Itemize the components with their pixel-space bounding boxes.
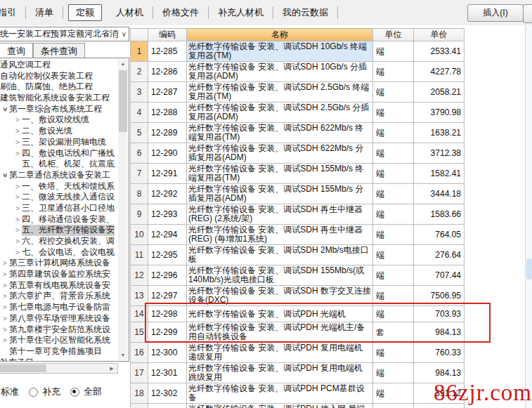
- cell-code[interactable]: 12-285: [148, 41, 187, 62]
- tree-item[interactable]: >第二章通信系统设备安装工: [0, 170, 118, 181]
- cell-unit[interactable]: 端: [373, 286, 414, 306]
- tree-item[interactable]: >一、敷设双绞线缆: [0, 114, 118, 126]
- header-rownum[interactable]: [131, 29, 148, 41]
- cell-name[interactable]: 光纤数字传输设备 安装、调试SDH 2.5Gb/s 终端复用器(TM): [187, 82, 373, 103]
- table-row[interactable]: 312-287光纤数字传输设备 安装、调试SDH 2.5Gb/s 终端复用器(T…: [131, 82, 465, 103]
- table-row[interactable]: 112-285光纤数字传输设备 安装、调试SDH 10Gb/s 终端复用器(TM…: [131, 41, 465, 62]
- chevron-right-icon[interactable]: >: [13, 181, 22, 192]
- cell-code[interactable]: 12-299: [148, 322, 187, 343]
- cell-num[interactable]: 13: [131, 286, 148, 306]
- chevron-right-icon[interactable]: >: [13, 148, 22, 159]
- cell-num[interactable]: 11: [131, 245, 148, 265]
- insert-button[interactable]: 插入(I): [467, 4, 524, 22]
- header-name[interactable]: 名称: [187, 29, 373, 41]
- tree-item[interactable]: 刷油、防腐蚀、绝热工程: [0, 81, 118, 93]
- radio-icon[interactable]: [29, 388, 38, 397]
- chevron-right-icon[interactable]: >: [1, 269, 9, 280]
- cell-unit[interactable]: 端: [373, 184, 414, 204]
- cell-unit[interactable]: 端: [373, 143, 414, 164]
- left-tab-条件查询[interactable]: 条件查询: [33, 43, 85, 58]
- cell-name[interactable]: 光纤数字传输设备 安装、调试PDH 复用电端机 跳级复用: [187, 363, 373, 383]
- cell-code[interactable]: 12-302: [148, 383, 187, 404]
- cell-code[interactable]: 12-291: [148, 164, 187, 184]
- cell-code[interactable]: 12-301: [148, 363, 187, 383]
- table-row[interactable]: 1812-302光纤数字传输设备 安装、调试PDH PCM基群设备端391.12: [131, 383, 465, 404]
- table-row[interactable]: 1612-300光纤数字传输设备 安装、调试PDH 复用电端机 递级复用端760…: [131, 343, 465, 363]
- toolbar-tab-定额[interactable]: 定额: [68, 4, 102, 21]
- cell-name[interactable]: 光纤数字传输设备 安装、调试SDH 155Mb/s(或140Mb/s)光或电接口…: [187, 265, 373, 286]
- scroll-up-icon[interactable]: ▲: [118, 59, 128, 69]
- chevron-right-icon[interactable]: >: [13, 203, 22, 214]
- chevron-right-icon[interactable]: >: [1, 313, 9, 324]
- cell-unit[interactable]: 端: [373, 204, 414, 225]
- cell-name[interactable]: 光纤数字传输设备 安装、调试SDH 10Gb/s 分插复用器(ADM): [187, 62, 373, 82]
- filter-option-全部[interactable]: 全部: [70, 386, 102, 398]
- cell-unit[interactable]: 端: [373, 164, 414, 184]
- cell-name[interactable]: 光纤数字传输设备 安装、调试PDH PCM基群设备: [187, 383, 373, 404]
- scrollbar-thumb[interactable]: [0, 364, 46, 372]
- tree-item[interactable]: 补充子目: [0, 357, 118, 362]
- cell-price[interactable]: 4227.78: [414, 62, 465, 82]
- cell-unit[interactable]: 端: [373, 41, 414, 62]
- cell-num[interactable]: 5: [131, 123, 148, 143]
- cell-num[interactable]: 2: [131, 62, 148, 82]
- cell-code[interactable]: 12-289: [148, 123, 187, 143]
- toolbar-tab-清单[interactable]: 清单: [26, 6, 63, 19]
- tree-item[interactable]: >七、会议电话、会议电视: [0, 247, 118, 258]
- tree-item[interactable]: >三、卫星通信甚小口径地: [0, 203, 118, 214]
- table-row[interactable]: 612-290光纤数字传输设备 安装、调试SDH 622Mb/s 分插复用器(A…: [131, 143, 465, 164]
- cell-name[interactable]: 光纤数字传输设备 安装、调试SDH 622Mb/s 终端复用器(TM): [187, 123, 373, 143]
- table-row[interactable]: 1012-294光纤数字传输设备 安装、调试SDH 再生中继器(REG) (每增…: [131, 225, 465, 245]
- cell-price[interactable]: 276.64: [414, 245, 465, 265]
- cell-code[interactable]: 12-286: [148, 62, 187, 82]
- cell-code[interactable]: 12-288: [148, 103, 187, 123]
- tree-item[interactable]: >第八章停车场管理系统设备: [0, 313, 118, 324]
- cell-price[interactable]: 2058.21: [414, 82, 465, 103]
- table-row[interactable]: 1712-301光纤数字传输设备 安装、调试PDH 复用电端机 跳级复用端984…: [131, 363, 465, 383]
- cell-price[interactable]: 2533.41: [414, 41, 465, 62]
- tree-item[interactable]: >二、敷设光缆: [0, 126, 118, 137]
- tree-item[interactable]: >五、光纤数字传输设备安: [0, 225, 118, 236]
- cell-price[interactable]: 984.13: [414, 322, 465, 343]
- chevron-right-icon[interactable]: >: [13, 247, 22, 258]
- cell-name[interactable]: 光纤数字传输设备 安装、调试SDH 155Mb/s 终端复用器(TM): [187, 164, 373, 184]
- chevron-right-icon[interactable]: >: [1, 280, 9, 291]
- partial-button[interactable]: [523, 4, 532, 23]
- chevron-right-icon[interactable]: >: [1, 258, 9, 269]
- toolbar-tab-人材机[interactable]: 人材机: [107, 6, 153, 19]
- cell-code[interactable]: 12-297: [148, 286, 187, 306]
- tree-item[interactable]: >三、架设漏泄同轴电缆: [0, 137, 118, 148]
- left-tab-查询[interactable]: 查询: [0, 43, 33, 58]
- quota-library-select[interactable]: 统一安装工程预算定额河北省消 ∨: [0, 27, 129, 41]
- tree-horizontal-scrollbar[interactable]: ▶: [0, 363, 118, 374]
- table-row[interactable]: 1912-303光纤数字传输设备 安装、调试PDH 接入网 局端设备端14318…: [131, 404, 465, 408]
- cell-unit[interactable]: 端: [373, 363, 414, 383]
- tree-item[interactable]: >第三章计算机网络系统设备: [0, 258, 118, 269]
- cell-unit[interactable]: 端: [373, 82, 414, 103]
- cell-price[interactable]: 1582.41: [414, 164, 465, 184]
- cell-num[interactable]: 10: [131, 225, 148, 245]
- table-row[interactable]: 1512-299光纤数字传输设备 安装、调试PDH 光端机主/备用自动转换设备套…: [131, 322, 465, 343]
- cell-unit[interactable]: 端: [373, 265, 414, 286]
- cell-num[interactable]: 19: [131, 404, 148, 408]
- tree-item[interactable]: >六、程控交换机安装、调: [0, 236, 118, 247]
- cell-num[interactable]: 7: [131, 164, 148, 184]
- cell-unit[interactable]: 端: [373, 306, 414, 322]
- cell-num[interactable]: 15: [131, 322, 148, 343]
- cell-num[interactable]: 16: [131, 343, 148, 363]
- cell-price[interactable]: 703.93: [414, 306, 465, 322]
- cell-unit[interactable]: 端: [373, 123, 414, 143]
- toolbar-tab-补充人材机[interactable]: 补充人材机: [209, 6, 273, 19]
- cell-price[interactable]: 1638.21: [414, 123, 465, 143]
- chevron-down-icon[interactable]: >: [0, 171, 11, 180]
- chevron-right-icon[interactable]: >: [13, 236, 22, 247]
- cell-name[interactable]: 光纤数字传输设备 安装、调试SDH 622Mb/s 分插复用器(ADM): [187, 143, 373, 164]
- tree-item[interactable]: 第十一章可竞争措施项目: [0, 346, 118, 357]
- toolbar-tab-指引[interactable]: 指引: [0, 6, 26, 19]
- cell-price[interactable]: 3790.98: [414, 103, 465, 123]
- cell-code[interactable]: 12-298: [148, 306, 187, 322]
- cell-code[interactable]: 12-290: [148, 143, 187, 164]
- scroll-down-icon[interactable]: ▼: [118, 350, 128, 360]
- radio-icon[interactable]: [70, 388, 79, 397]
- tree-item[interactable]: >第七章电源与电子设备防雷: [0, 302, 118, 313]
